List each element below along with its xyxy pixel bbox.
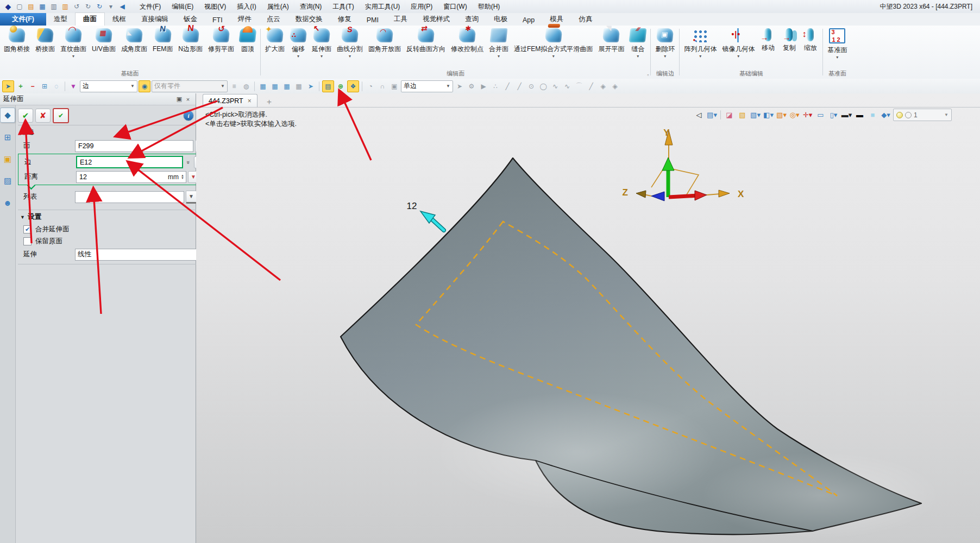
sew-button[interactable]: 缝合 ▾ — [627, 27, 649, 59]
gear-icon[interactable]: ⚙ — [466, 81, 477, 92]
batch-print-icon[interactable]: ▥ — [60, 2, 70, 11]
ribbon-tab-app[interactable]: App — [515, 15, 542, 26]
link-icon[interactable]: ≡ — [229, 81, 240, 92]
hook-icon[interactable]: ∩ — [377, 81, 388, 92]
box-pick-icon[interactable]: ⊞ — [39, 81, 50, 92]
reverse-face-direction-button[interactable]: 反转曲面方向 ▾ — [404, 27, 448, 59]
n-sided-face-button[interactable]: N边形面 ▾ — [175, 27, 205, 59]
render-image-icon[interactable]: ▨ — [1, 174, 15, 188]
user-icon[interactable]: ☻ — [1, 195, 15, 210]
modify-control-points-button[interactable]: 修改控制点 ▾ — [448, 27, 486, 59]
edge-input[interactable] — [79, 158, 180, 167]
polyline-icon[interactable]: ╱ — [514, 81, 525, 92]
ribbon-tab-pmi[interactable]: PMI — [359, 15, 386, 26]
menu-view[interactable]: 视图(V) — [199, 1, 231, 12]
bridge-face-button[interactable]: 桥接面 ▾ — [33, 27, 58, 59]
coordinate-triad[interactable]: Y X Z — [623, 128, 744, 201]
quickbar-menu-icon[interactable]: ▾ — [106, 2, 116, 11]
datum-plane-button[interactable]: 基准面 ▾ — [825, 27, 850, 60]
menu-file[interactable]: 文件(F) — [135, 1, 166, 12]
ribbon-tab-surface[interactable]: 曲面 — [75, 12, 105, 26]
angled-face-button[interactable]: 成角度面 ▾ — [118, 27, 150, 59]
globe-icon[interactable]: ⊕ — [335, 81, 346, 92]
redo-icon[interactable]: ↻ — [83, 2, 93, 11]
compass-icon[interactable]: ◔ — [365, 81, 376, 92]
square-icon[interactable]: ▣ — [389, 81, 400, 92]
ribbon-tab-data-exchange[interactable]: 数据交换 — [288, 13, 330, 26]
ribbon-tab-electrode[interactable]: 电极 — [486, 13, 515, 26]
undo-icon[interactable]: ↺ — [72, 2, 81, 11]
extend-face-tool-icon[interactable]: ◆ — [0, 108, 15, 123]
surface-sel-3-icon[interactable]: ▦ — [281, 81, 292, 92]
ribbon-tab-point-cloud[interactable]: 点云 — [259, 13, 288, 26]
ribbon-tab-weldments[interactable]: 焊件 — [230, 13, 259, 26]
info-button[interactable]: i — [183, 110, 194, 121]
new-file-icon[interactable]: ▢ — [15, 2, 24, 11]
face-input[interactable] — [77, 142, 191, 150]
filter-icon[interactable]: ▼ — [68, 81, 79, 92]
ribbon-tab-inquire[interactable]: 查询 — [457, 13, 486, 26]
flatten-plane-button[interactable]: 展开平面 ▾ — [595, 27, 627, 59]
uv-surface-button[interactable]: U/V曲面 ▾ — [89, 27, 118, 59]
menu-window[interactable]: 窗口(W) — [438, 1, 472, 12]
points-icon[interactable]: ∴ — [490, 81, 501, 92]
dialog-launcher-icon[interactable]: ▫ — [647, 72, 649, 78]
edge-mode-combo[interactable]: 单边 ▼ — [401, 80, 453, 92]
fillet-open-face-button[interactable]: 圆角开放面 ▾ — [366, 27, 404, 59]
ribbon-tab-wireframe[interactable]: 线框 — [105, 13, 134, 26]
open-file-icon[interactable]: ▤ — [26, 2, 36, 11]
stack-icon[interactable]: ▤ — [322, 80, 334, 92]
menu-insert[interactable]: 插入(I) — [232, 1, 261, 12]
ribbon-tab-fti[interactable]: FTI — [205, 15, 230, 26]
viewport[interactable]: 444.Z3PRT × ＋ <Ctrl-pick>取消选择. <单击右键>获取实… — [196, 93, 980, 543]
print-icon[interactable]: ▥ — [49, 2, 59, 11]
ribbon-tab-simulation[interactable]: 仿真 — [571, 13, 600, 26]
ribbon-tab-file[interactable]: 文件(F) — [0, 13, 46, 26]
solid-box-icon[interactable]: ▣ — [1, 152, 15, 166]
scale-button[interactable]: 缩放 ▾ — [800, 27, 821, 58]
pick-icon[interactable]: ➤ — [2, 80, 14, 92]
part-filter-combo[interactable]: 仅有零件 ▼ — [152, 80, 228, 92]
menu-applications[interactable]: 应用(P) — [406, 1, 437, 12]
ruled-surface-button[interactable]: 直纹曲面 ▾ — [58, 27, 89, 59]
offset-face-button[interactable]: 偏移 ▾ — [287, 27, 309, 59]
spline-icon[interactable]: ∿ — [550, 81, 561, 92]
menu-inquire[interactable]: 查询(N) — [295, 1, 327, 12]
menu-edit[interactable]: 编辑(E) — [167, 1, 198, 12]
panel-close-button[interactable]: × — [184, 95, 192, 103]
pattern-geometry-button[interactable]: 阵列几何体 ▾ — [681, 27, 719, 59]
mirror-geometry-button[interactable]: 镜像几何体 ▾ — [719, 27, 757, 59]
add-pick-icon[interactable]: ＋ — [15, 81, 26, 92]
fillet-blend-button[interactable]: 圆角桥接 ▾ — [1, 27, 33, 59]
face2-icon[interactable]: ◈ — [610, 81, 620, 92]
menu-tools[interactable]: 工具(T) — [328, 1, 359, 12]
cursor-sel-icon[interactable]: ➤ — [305, 81, 316, 92]
surface-sel-1-icon[interactable]: ▦ — [257, 81, 268, 92]
cancel-button[interactable]: ✘ — [35, 109, 51, 123]
arc-icon[interactable]: ⌒ — [574, 81, 585, 92]
list-input[interactable] — [77, 193, 182, 201]
fem-smooth-surface-button[interactable]: 通过FEM拟合方式平滑曲面 ▾ — [511, 27, 595, 59]
panel-pin-button[interactable]: ▣ — [175, 95, 184, 103]
face-icon[interactable]: ◈ — [598, 81, 608, 92]
keep-original-face-checkbox[interactable] — [23, 237, 32, 245]
expand-chevrons-icon[interactable]: » — [185, 159, 192, 166]
settings-section-header[interactable]: ▼ 设置 — [18, 210, 207, 223]
circle-icon[interactable]: ⊙ — [526, 81, 537, 92]
merge-face-button[interactable]: 合并面 ▾ — [486, 27, 511, 59]
curve-split-button[interactable]: 曲线分割 ▾ — [334, 27, 366, 59]
regen-icon[interactable]: ↻ — [95, 2, 104, 11]
menu-help[interactable]: 帮助(H) — [473, 1, 505, 12]
extend-direction-arrow[interactable] — [420, 211, 444, 230]
ribbon-tab-direct-edit[interactable]: 直接编辑 — [134, 13, 176, 26]
distance-input[interactable] — [78, 173, 168, 181]
collapse-icon[interactable]: ◀ — [117, 2, 127, 11]
menu-utilities[interactable]: 实用工具(U) — [360, 1, 405, 12]
extend-face-button[interactable]: 延伸面 ▾ — [309, 27, 334, 59]
surface-sel-4-icon[interactable]: ▦ — [293, 81, 304, 92]
manager-tree-icon[interactable]: ⊞ — [1, 130, 15, 144]
distance-spinner[interactable]: ▲▼ — [180, 174, 184, 180]
list-import-button[interactable]: ▼ — [186, 191, 197, 204]
apply-button[interactable]: ✔ — [53, 108, 69, 123]
save-icon[interactable]: ▦ — [37, 2, 47, 11]
